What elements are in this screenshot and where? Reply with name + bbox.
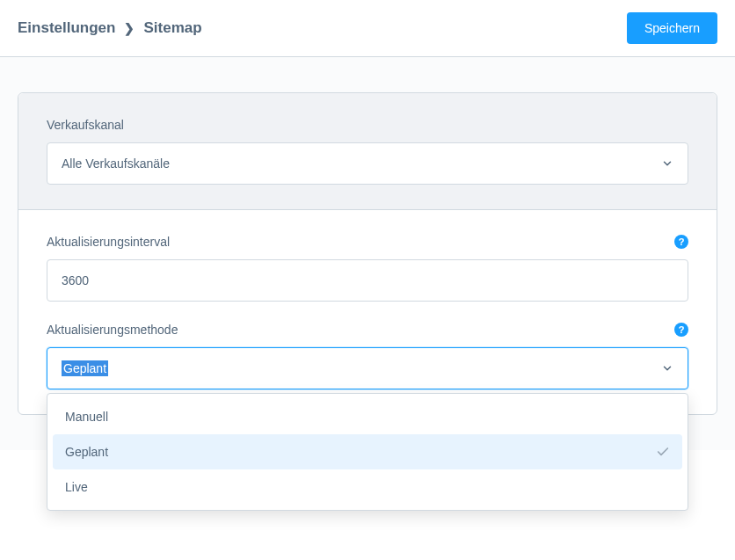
dropdown-option-label: Manuell <box>65 410 108 424</box>
page-header: Einstellungen ❯ Sitemap Speichern <box>0 0 735 57</box>
dropdown-option-manuell[interactable]: Manuell <box>53 399 682 434</box>
refresh-method-value: Geplant <box>62 360 108 376</box>
sales-channel-field: Verkaufskanal Alle Verkaufskanäle <box>47 118 688 185</box>
sales-channel-label: Verkaufskanal <box>47 118 124 132</box>
dropdown-option-label: Geplant <box>65 445 108 459</box>
chevron-down-icon <box>661 362 673 375</box>
dropdown-option-geplant[interactable]: Geplant <box>53 434 682 469</box>
refresh-method-label: Aktualisierungsmethode <box>47 323 178 337</box>
breadcrumb-root[interactable]: Einstellungen <box>18 19 115 37</box>
sales-channel-select[interactable]: Alle Verkaufskanäle <box>47 142 688 185</box>
refresh-method-dropdown: Manuell Geplant Live <box>47 393 688 511</box>
save-button[interactable]: Speichern <box>627 12 717 44</box>
sales-channel-section: Verkaufskanal Alle Verkaufskanäle <box>18 93 717 209</box>
check-icon <box>656 445 670 459</box>
refresh-interval-field: Aktualisierungsinterval ? <box>47 235 688 302</box>
refresh-section: Aktualisierungsinterval ? Aktualisierung… <box>18 209 717 414</box>
help-icon[interactable]: ? <box>674 235 688 249</box>
breadcrumb-current: Sitemap <box>143 19 201 37</box>
chevron-right-icon: ❯ <box>124 21 135 35</box>
breadcrumb: Einstellungen ❯ Sitemap <box>18 19 202 37</box>
sales-channel-value: Alle Verkaufskanäle <box>62 156 170 171</box>
settings-card: Verkaufskanal Alle Verkaufskanäle Aktual… <box>18 92 717 415</box>
refresh-interval-label: Aktualisierungsinterval <box>47 235 170 249</box>
refresh-interval-input[interactable] <box>47 259 688 302</box>
refresh-method-field: Aktualisierungsmethode ? Geplant Manuell <box>47 323 688 389</box>
page-body: Verkaufskanal Alle Verkaufskanäle Aktual… <box>0 57 735 450</box>
help-icon[interactable]: ? <box>674 323 688 337</box>
refresh-method-select[interactable]: Geplant <box>47 347 688 389</box>
dropdown-option-label: Live <box>65 480 88 494</box>
chevron-down-icon <box>661 157 673 170</box>
dropdown-option-live[interactable]: Live <box>53 469 682 505</box>
